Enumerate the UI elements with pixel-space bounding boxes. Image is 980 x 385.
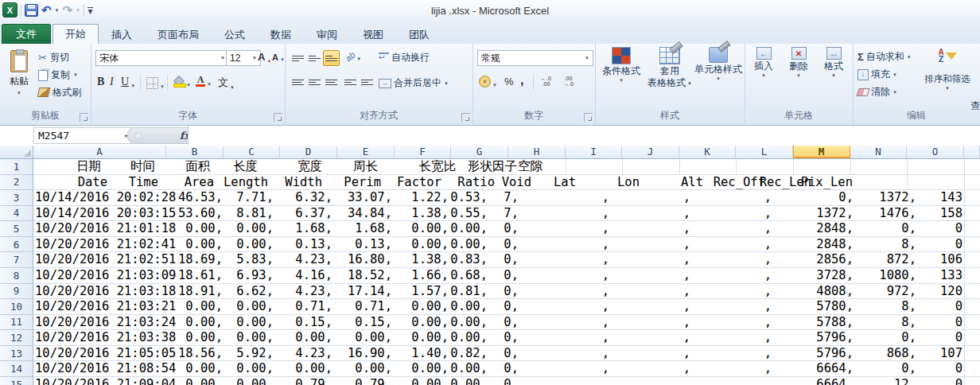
- cell-styles-button[interactable]: 单元格样式 ▼: [694, 47, 743, 81]
- tab-page-layout[interactable]: 页面布局: [145, 25, 212, 45]
- row-header-1[interactable]: 1: [0, 159, 33, 175]
- chevron-down-icon[interactable]: ▼: [831, 73, 836, 78]
- tab-view[interactable]: 视图: [350, 25, 396, 45]
- row-header-2[interactable]: 2: [0, 175, 33, 191]
- sheet-row-15[interactable]: 10/20/2016 21:09:040.00,0.00,0.79,0.79,0…: [33, 377, 980, 385]
- tab-formulas[interactable]: 公式: [212, 25, 258, 45]
- tab-team[interactable]: 团队: [396, 25, 442, 45]
- sheet-row-11[interactable]: 10/20/2016 21:03:240.00,0.00,0.15,0.15,0…: [33, 315, 980, 331]
- row-header-15[interactable]: 15: [0, 377, 33, 385]
- chevron-down-icon[interactable]: ▼: [585, 56, 589, 60]
- tab-insert[interactable]: 插入: [99, 25, 145, 45]
- chevron-down-icon[interactable]: ▼: [892, 90, 897, 95]
- format-painter-button[interactable]: 格式刷: [38, 84, 89, 101]
- align-right-button[interactable]: [323, 74, 340, 90]
- bold-button[interactable]: B: [97, 76, 104, 88]
- chevron-down-icon[interactable]: ▼: [945, 86, 950, 91]
- chevron-down-icon[interactable]: ▼: [892, 72, 897, 77]
- chevron-down-icon[interactable]: ▼: [220, 56, 225, 60]
- percent-style-button[interactable]: %: [504, 76, 514, 88]
- column-header-B[interactable]: B: [166, 146, 224, 159]
- paste-button[interactable]: 粘贴 ▼: [3, 47, 35, 114]
- chevron-down-icon[interactable]: ▼: [716, 76, 721, 81]
- column-header-D[interactable]: D: [280, 146, 337, 159]
- wrap-text-button[interactable]: ↩ 自动换行: [379, 51, 430, 64]
- increase-indent-button[interactable]: [359, 74, 375, 90]
- column-header-C[interactable]: C: [224, 146, 280, 159]
- row-header-12[interactable]: 12: [0, 330, 33, 346]
- italic-button[interactable]: I: [110, 76, 114, 88]
- font-size-combobox[interactable]: 12▼: [226, 50, 261, 66]
- borders-button[interactable]: ▼: [146, 77, 165, 89]
- tab-file[interactable]: 文件: [2, 24, 51, 45]
- underline-button[interactable]: U▼: [121, 76, 135, 88]
- row-header-3[interactable]: 3: [0, 190, 33, 206]
- sheet-row-2[interactable]: DateTimeAreaLengthWidthPerimFactorRatioV…: [33, 175, 980, 191]
- sheet-row-1[interactable]: 日期时间面积长度宽度周长长宽比形状因子空隙: [33, 159, 980, 175]
- column-header-partial[interactable]: [964, 146, 980, 159]
- sheet-row-12[interactable]: 10/20/2016 21:03:380.00,0.00,0.00,0.00,0…: [33, 330, 980, 346]
- sheet-row-6[interactable]: 10/20/2016 21:02:410.00,0.00,0.13,0.13,0…: [33, 237, 980, 253]
- column-header-M[interactable]: M: [793, 146, 850, 159]
- select-all-corner[interactable]: [0, 146, 33, 159]
- row-header-11[interactable]: 11: [0, 315, 33, 331]
- shrink-font-button[interactable]: A▼: [272, 52, 285, 62]
- row-header-13[interactable]: 13: [0, 346, 33, 362]
- chevron-down-icon[interactable]: ▼: [761, 73, 766, 78]
- copy-button[interactable]: 复制 ▼: [38, 66, 89, 84]
- column-header-N[interactable]: N: [850, 146, 907, 159]
- row-header-7[interactable]: 7: [0, 252, 33, 268]
- row-header-10[interactable]: 10: [0, 299, 33, 315]
- column-header-A[interactable]: A: [33, 146, 166, 159]
- sheet-row-7[interactable]: 10/20/2016 21:02:5118.69,5.83,4.23,16.80…: [33, 252, 980, 268]
- chevron-down-icon[interactable]: ▼: [796, 73, 801, 78]
- row-header-6[interactable]: 6: [0, 237, 33, 253]
- row-header-5[interactable]: 5: [0, 221, 33, 237]
- tab-review[interactable]: 审阅: [304, 25, 350, 45]
- sheet-row-5[interactable]: 10/20/2016 21:01:180.00,0.00,1.68,1.68,0…: [33, 221, 980, 237]
- column-header-I[interactable]: I: [566, 146, 622, 159]
- align-center-button[interactable]: [306, 74, 323, 90]
- column-header-E[interactable]: E: [337, 146, 395, 159]
- font-dialog-launcher-icon[interactable]: [274, 113, 282, 122]
- conditional-formatting-button[interactable]: 条件格式 ▼: [598, 47, 644, 83]
- font-color-button[interactable]: A▼: [196, 76, 212, 87]
- sheet-row-8[interactable]: 10/20/2016 21:03:0918.61,6.93,4.16,18.52…: [33, 268, 980, 284]
- sort-filter-button[interactable]: AZ 排序和筛选 ▼: [918, 49, 977, 91]
- copy-dropdown-icon[interactable]: ▼: [73, 72, 78, 77]
- clear-button[interactable]: 清除 ▼: [858, 85, 897, 99]
- decrease-decimal-button[interactable]: .00→.0: [563, 76, 574, 87]
- column-header-H[interactable]: H: [508, 146, 566, 159]
- paste-dropdown-icon[interactable]: ▼: [17, 91, 21, 95]
- increase-decimal-button[interactable]: ←.0.00: [541, 76, 551, 87]
- alignment-dialog-launcher-icon[interactable]: [461, 113, 470, 122]
- orientation-button[interactable]: ab▼: [345, 52, 361, 61]
- accounting-format-button[interactable]: ¥▼: [479, 76, 497, 88]
- align-top-button[interactable]: [290, 50, 306, 66]
- merge-center-button[interactable]: ↔ 合并后居中 ▼: [379, 76, 449, 90]
- sheet-row-10[interactable]: 10/20/2016 21:03:210.00,0.00,0.71,0.71,0…: [33, 299, 980, 315]
- delete-cells-button[interactable]: 删除 ▼: [783, 47, 815, 78]
- sheet-row-13[interactable]: 10/20/2016 21:05:0518.56,5.92,4.23,16.90…: [33, 346, 980, 362]
- tab-data[interactable]: 数据: [258, 25, 304, 45]
- cut-button[interactable]: ✂ 剪切: [38, 49, 89, 66]
- name-box[interactable]: M2547 ▼: [33, 127, 132, 144]
- row-header-14[interactable]: 14: [0, 361, 33, 377]
- autosum-button[interactable]: Σ 自动求和 ▼: [858, 50, 912, 64]
- sheet-row-4[interactable]: 10/14/2016 20:03:1553.60,8.81,6.37,34.84…: [33, 206, 980, 222]
- comma-style-button[interactable]: ,: [520, 73, 523, 88]
- chevron-down-icon[interactable]: ▼: [619, 78, 624, 83]
- formula-input[interactable]: [188, 126, 980, 145]
- column-header-G[interactable]: G: [451, 146, 508, 159]
- clipboard-dialog-launcher-icon[interactable]: [80, 113, 88, 122]
- sheet-row-9[interactable]: 10/20/2016 21:03:1818.91,6.62,4.23,17.14…: [33, 284, 980, 300]
- insert-cells-button[interactable]: 插入 ▼: [748, 47, 780, 78]
- fill-button[interactable]: ↓ 填充 ▼: [858, 68, 897, 81]
- grow-font-button[interactable]: A▲: [258, 51, 271, 63]
- chevron-down-icon[interactable]: ▼: [687, 81, 692, 86]
- row-header-8[interactable]: 8: [0, 268, 33, 284]
- number-dialog-launcher-icon[interactable]: [584, 113, 593, 122]
- decrease-indent-button[interactable]: [342, 74, 359, 90]
- fill-color-button[interactable]: ▼: [173, 77, 191, 88]
- column-header-O[interactable]: O: [907, 146, 964, 159]
